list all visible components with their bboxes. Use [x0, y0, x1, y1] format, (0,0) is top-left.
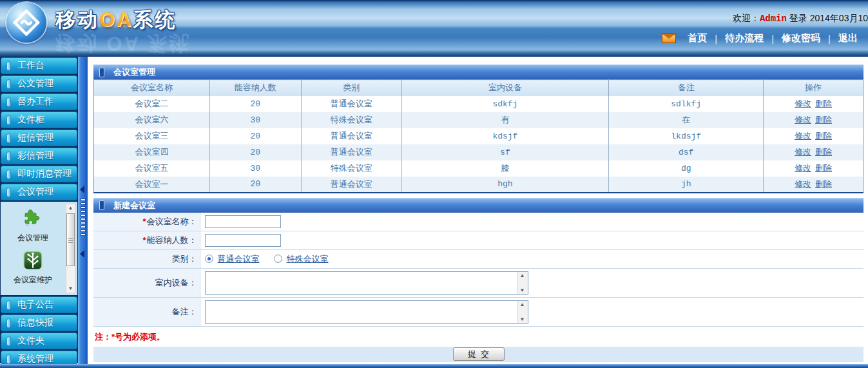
- cell-room-name: 会议室四: [94, 144, 210, 160]
- submenu-scrollbar[interactable]: ▲ ▼: [66, 204, 75, 293]
- new-meeting-room-form: *会议室名称： *能容纳人数： 类别： 普通会议室 特殊会议室: [93, 213, 863, 327]
- scrollbar-down-icon[interactable]: ▼: [517, 316, 528, 322]
- username: Admin: [760, 14, 787, 24]
- cell-equipment: 膝: [401, 160, 609, 177]
- section-pill-icon: [99, 68, 104, 77]
- login-text: 登录: [789, 13, 807, 23]
- room-name-input[interactable]: [205, 215, 281, 228]
- edit-link[interactable]: 修改: [795, 147, 811, 157]
- login-date: 2014年03月10: [810, 13, 868, 23]
- capacity-input[interactable]: [205, 234, 281, 247]
- radio-label-normal[interactable]: 普通会议室: [218, 253, 260, 265]
- radio-special-meeting-room[interactable]: [274, 255, 282, 263]
- col-header-capacity: 能容纳人数: [209, 80, 301, 96]
- sidebar-item-e-announcement[interactable]: 电子公告: [1, 296, 77, 313]
- sidebar-item-label: 电子公告: [17, 299, 53, 311]
- sidebar-splitter[interactable]: [78, 57, 88, 364]
- cell-capacity: 20: [209, 128, 301, 144]
- submenu-label: 会议室维护: [1, 275, 65, 286]
- cell-room-name: 会议室一: [94, 177, 210, 193]
- sidebar-item-sms-mgmt[interactable]: 短信管理: [1, 130, 77, 146]
- mail-icon: [662, 34, 676, 43]
- table-row: 会议室二 20 普通会议室 sdkfj sdlkfj 修改删除: [94, 96, 863, 112]
- remark-textarea[interactable]: [206, 301, 517, 323]
- edit-link[interactable]: 修改: [795, 99, 811, 108]
- cell-capacity: 20: [209, 96, 301, 112]
- welcome-bar: 欢迎：Admin 登录 2014年03月10: [733, 13, 868, 24]
- sidebar-item-mms-mgmt[interactable]: 彩信管理: [1, 148, 77, 164]
- textarea-scrollbar[interactable]: ▲▼: [517, 301, 528, 323]
- sidebar-item-label: 督办工作: [17, 96, 53, 108]
- sidebar-item-label: 工作台: [17, 60, 44, 72]
- edit-link[interactable]: 修改: [795, 163, 811, 173]
- cell-equipment: kdsjf: [401, 128, 609, 144]
- equipment-textarea[interactable]: [206, 272, 517, 294]
- scrollbar-up-icon[interactable]: ▲: [66, 204, 75, 212]
- submenu-meeting-room-maintenance[interactable]: 会议室维护: [1, 250, 65, 286]
- section-title: 新建会议室: [113, 200, 155, 211]
- sidebar-item-info-bulletin[interactable]: 信息快报: [1, 315, 77, 331]
- bullet-icon: [6, 188, 11, 197]
- tree-icon: [23, 250, 43, 271]
- sidebar-item-meeting-mgmt[interactable]: 会议管理: [1, 184, 77, 200]
- cell-equipment: 有: [401, 112, 609, 128]
- delete-link[interactable]: 删除: [815, 147, 832, 157]
- sidebar-item-folder[interactable]: 文件夹: [1, 333, 77, 349]
- sidebar-item-workbench[interactable]: 工作台: [1, 57, 77, 74]
- section-title: 会议室管理: [113, 66, 155, 78]
- delete-link[interactable]: 删除: [815, 115, 832, 124]
- sidebar-item-file-cabinet[interactable]: 文件柜: [1, 111, 77, 128]
- collapse-arrow-icon[interactable]: [80, 186, 84, 193]
- sidebar-item-document-mgmt[interactable]: 公文管理: [1, 75, 77, 92]
- table-row: 会议室六 30 特殊会议室 有 在 修改删除: [94, 112, 863, 128]
- collapse-arrow-icon[interactable]: [80, 250, 84, 258]
- sidebar-item-supervise-work[interactable]: 督办工作: [1, 93, 77, 110]
- submenu-meeting-management[interactable]: 会议管理: [1, 208, 65, 244]
- sidebar-item-label: 文件柜: [17, 114, 44, 126]
- edit-link[interactable]: 修改: [795, 115, 811, 124]
- main-content: 会议室管理 会议室名称 能容纳人数 类别 室内设备 备注 操作 会议室二: [93, 57, 863, 362]
- scrollbar-up-icon[interactable]: ▲: [517, 302, 528, 307]
- edit-link[interactable]: 修改: [795, 179, 811, 189]
- scrollbar-up-icon[interactable]: ▲: [517, 273, 528, 278]
- bullet-icon: [6, 97, 11, 107]
- cell-remark: sdlkfj: [609, 96, 764, 112]
- edit-link[interactable]: 修改: [795, 131, 811, 140]
- textarea-scrollbar[interactable]: ▲▼: [517, 272, 528, 294]
- nav-pending-flows[interactable]: 待办流程: [717, 32, 771, 44]
- bullet-icon: [6, 61, 11, 71]
- cell-room-name: 会议室三: [94, 128, 210, 144]
- bullet-icon: [6, 318, 11, 328]
- nav-home[interactable]: 首页: [680, 32, 715, 44]
- delete-link[interactable]: 删除: [815, 99, 832, 108]
- delete-link[interactable]: 删除: [815, 131, 832, 140]
- scrollbar-down-icon[interactable]: ▼: [517, 287, 528, 293]
- required-asterisk: *: [142, 217, 146, 226]
- china-mobile-logo-icon: [6, 3, 46, 43]
- app-header: 移动OA系统 移动 OA 系统 欢迎：Admin 登录 2014年03月10 首…: [0, 0, 868, 57]
- form-label-type: 类别：: [93, 249, 200, 268]
- sidebar-item-im-mgmt[interactable]: 即时消息管理: [1, 166, 77, 182]
- cell-remark: lkdsjf: [609, 128, 764, 144]
- sidebar-item-label: 即时消息管理: [17, 168, 72, 180]
- sidebar-item-label: 公文管理: [17, 78, 53, 90]
- welcome-prefix: 欢迎：: [733, 13, 760, 23]
- oa-app-window: 移动OA系统 移动 OA 系统 欢迎：Admin 登录 2014年03月10 首…: [0, 0, 868, 368]
- table-row: 会议室三 20 普通会议室 kdsjf lkdsjf 修改删除: [94, 128, 863, 144]
- scrollbar-thumb[interactable]: [66, 213, 75, 266]
- bullet-icon: [6, 169, 11, 179]
- table-row: 会议室四 20 普通会议室 sf dsf 修改删除: [94, 144, 863, 160]
- submit-button[interactable]: 提 交: [453, 347, 505, 361]
- table-row: 会议室五 30 特殊会议室 膝 dg 修改删除: [94, 160, 863, 177]
- bullet-icon: [6, 354, 11, 364]
- nav-change-password[interactable]: 修改密码: [774, 32, 828, 44]
- nav-logout[interactable]: 退出: [831, 32, 865, 44]
- bullet-icon: [6, 336, 11, 346]
- scrollbar-down-icon[interactable]: ▼: [66, 285, 75, 293]
- radio-normal-meeting-room[interactable]: [205, 255, 213, 263]
- radio-label-special[interactable]: 特殊会议室: [287, 253, 329, 265]
- delete-link[interactable]: 删除: [815, 163, 832, 173]
- delete-link[interactable]: 删除: [815, 179, 832, 189]
- cell-type: 普通会议室: [301, 96, 401, 112]
- app-title-reflection: 移动 OA 系统: [55, 30, 191, 57]
